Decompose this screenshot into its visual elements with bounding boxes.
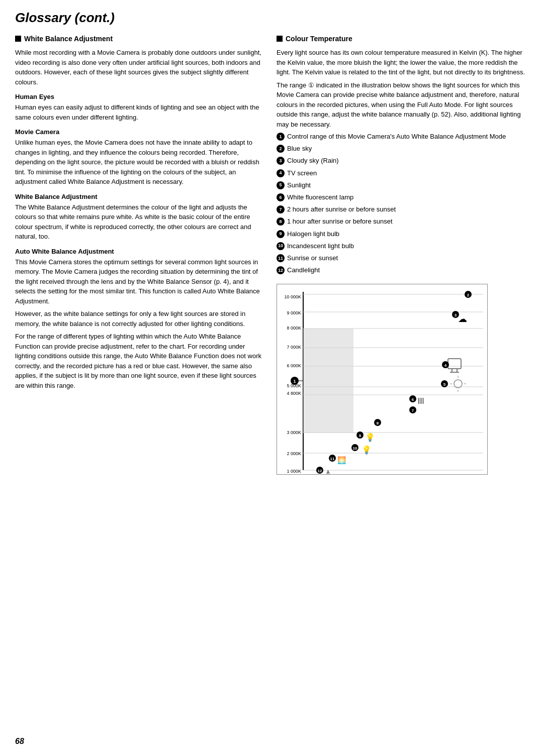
wba-body: The White Balance Adjustment determines … xyxy=(15,202,261,242)
list-item-12-text: Candlelight xyxy=(287,266,320,275)
white-balance-intro: While most recording with a Movie Camera… xyxy=(15,48,261,87)
svg-text:💡: 💡 xyxy=(361,445,372,455)
list-item-10-text: Incandescent light bulb xyxy=(287,242,354,251)
svg-text:8 000K: 8 000K xyxy=(287,326,301,331)
svg-text:1: 1 xyxy=(293,379,296,384)
list-item-9: 9 Halogen light bulb xyxy=(277,230,528,239)
list-item-5-text: Sunlight xyxy=(287,181,311,190)
svg-text:10 000K: 10 000K xyxy=(284,294,301,299)
svg-text:9: 9 xyxy=(359,434,361,438)
chart-svg: 1 000K 2 000K 3 000K 4 800K 5 000K 6 000… xyxy=(277,284,488,475)
svg-text:🕯: 🕯 xyxy=(325,469,331,475)
colour-temp-heading: Colour Temperature xyxy=(277,35,528,43)
circle-num-4: 4 xyxy=(277,169,285,177)
list-item-12: 12 Candlelight xyxy=(277,266,528,275)
white-balance-heading: White Balance Adjustment xyxy=(15,35,261,43)
list-item-10: 10 Incandescent light bulb xyxy=(277,242,528,251)
list-item-3: 3 Cloudy sky (Rain) xyxy=(277,156,528,165)
svg-rect-21 xyxy=(303,329,353,433)
circle-num-9: 9 xyxy=(277,230,285,238)
page-title: Glossary (cont.) xyxy=(15,10,528,26)
svg-text:7: 7 xyxy=(412,408,414,413)
svg-text:6 000K: 6 000K xyxy=(287,363,301,368)
colour-temp-list: 1 Control range of this Movie Camera's A… xyxy=(277,132,528,275)
circle-num-12: 12 xyxy=(277,266,285,274)
list-item-1: 1 Control range of this Movie Camera's A… xyxy=(277,132,528,141)
circle-num-3: 3 xyxy=(277,157,285,165)
circle-num-8: 8 xyxy=(277,218,285,226)
right-column: Colour Temperature Every light source ha… xyxy=(277,35,528,475)
svg-text:8: 8 xyxy=(377,421,379,425)
list-item-11-text: Sunrise or sunset xyxy=(287,254,338,263)
svg-text:3 000K: 3 000K xyxy=(287,430,301,435)
list-item-7: 7 2 hours after sunrise or before sunset xyxy=(277,205,528,214)
circle-num-7: 7 xyxy=(277,205,285,213)
human-eyes-body: Human eyes can easily adjust to differen… xyxy=(15,102,261,122)
svg-text:12: 12 xyxy=(318,469,322,473)
svg-rect-30 xyxy=(448,359,461,369)
list-item-3-text: Cloudy sky (Rain) xyxy=(287,156,339,165)
list-item-6-text: White fluorescent lamp xyxy=(287,193,353,202)
human-eyes-heading: Human Eyes xyxy=(15,93,261,100)
circle-num-10: 10 xyxy=(277,242,285,250)
svg-text:10: 10 xyxy=(353,446,357,451)
list-item-11: 11 Sunrise or sunset xyxy=(277,254,528,263)
auto-wba-body3: For the range of different types of ligh… xyxy=(15,332,261,390)
svg-text:3: 3 xyxy=(455,313,457,317)
circle-num-6: 6 xyxy=(277,193,285,201)
colour-temp-range-note: The range ① indicated in the illustratio… xyxy=(277,80,528,130)
svg-text:1 000K: 1 000K xyxy=(287,469,301,474)
colour-temp-chart: 1 000K 2 000K 3 000K 4 800K 5 000K 6 000… xyxy=(277,284,488,475)
svg-text:🌅: 🌅 xyxy=(337,456,346,465)
svg-text:||||: |||| xyxy=(418,397,424,404)
list-item-6: 6 White fluorescent lamp xyxy=(277,193,528,202)
auto-wba-body1: This Movie Camera stores the optimum set… xyxy=(15,257,261,306)
wba-heading: White Balance Adjustment xyxy=(15,193,261,200)
circle-num-11: 11 xyxy=(277,254,285,262)
list-item-2: 2 Blue sky xyxy=(277,144,528,153)
heading-square-icon xyxy=(15,36,21,42)
list-item-9-text: Halogen light bulb xyxy=(287,230,339,239)
svg-text:7 000K: 7 000K xyxy=(287,345,301,350)
svg-text:5: 5 xyxy=(443,382,446,387)
svg-text:2: 2 xyxy=(467,293,470,297)
movie-camera-body: Unlike human eyes, the Movie Camera does… xyxy=(15,138,261,187)
svg-text:💡: 💡 xyxy=(365,433,375,442)
svg-text:2 000K: 2 000K xyxy=(287,451,301,456)
list-item-1-text: Control range of this Movie Camera's Aut… xyxy=(287,132,506,141)
colour-temp-title: Colour Temperature xyxy=(286,35,352,43)
list-item-5: 5 Sunlight xyxy=(277,181,528,190)
circle-num-5: 5 xyxy=(277,181,285,189)
white-balance-title: White Balance Adjustment xyxy=(24,35,113,43)
list-item-4: 4 TV screen xyxy=(277,169,528,178)
svg-text:4 800K: 4 800K xyxy=(287,391,301,396)
svg-text:6: 6 xyxy=(412,397,414,402)
list-item-7-text: 2 hours after sunrise or before sunset xyxy=(287,205,396,214)
colour-temp-intro: Every light source has its own colour te… xyxy=(277,48,528,77)
list-item-8: 8 1 hour after sunrise or before sunset xyxy=(277,217,528,226)
svg-text:11: 11 xyxy=(330,457,335,461)
circle-num-1: 1 xyxy=(277,133,285,141)
circle-num-2: 2 xyxy=(277,145,285,153)
heading-square-icon-2 xyxy=(277,36,283,42)
list-item-4-text: TV screen xyxy=(287,169,317,178)
list-item-2-text: Blue sky xyxy=(287,144,312,153)
movie-camera-heading: Movie Camera xyxy=(15,128,261,136)
page-number: 68 xyxy=(15,737,24,746)
list-item-8-text: 1 hour after sunrise or before sunset xyxy=(287,217,393,226)
left-column: White Balance Adjustment While most reco… xyxy=(15,35,261,393)
svg-text:9 000K: 9 000K xyxy=(287,310,301,315)
svg-text:4: 4 xyxy=(444,363,447,368)
auto-wba-body2: However, as the white balance settings f… xyxy=(15,309,261,329)
auto-wba-heading: Auto White Balance Adjustment xyxy=(15,248,261,255)
svg-text:☁: ☁ xyxy=(458,314,467,324)
